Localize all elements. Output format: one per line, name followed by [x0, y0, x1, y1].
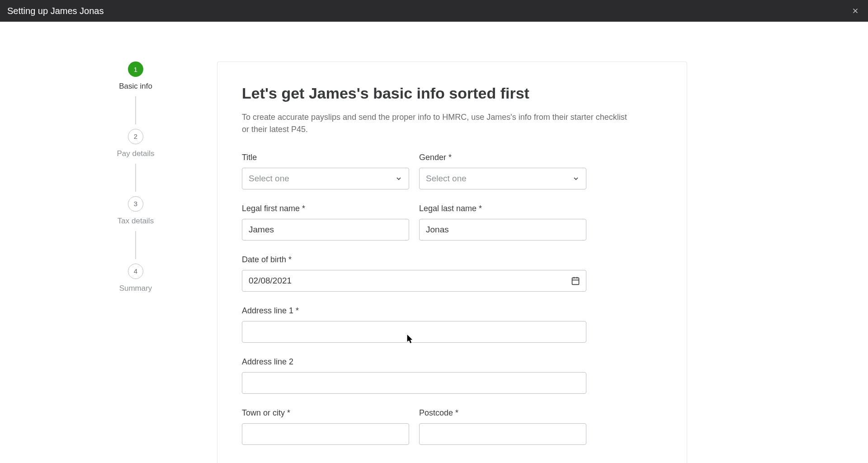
step-basic-info[interactable]: 1 Basic info: [119, 61, 152, 92]
address1-label: Address line 1 *: [242, 306, 586, 316]
title-group: Title Select one: [242, 153, 409, 189]
title-label: Title: [242, 153, 409, 162]
title-placeholder: Select one: [249, 174, 289, 184]
postcode-input[interactable]: [419, 423, 586, 445]
step-circle-1: 1: [128, 61, 143, 77]
last-name-input[interactable]: [419, 219, 586, 241]
step-circle-4: 4: [128, 264, 143, 279]
step-number: 4: [134, 267, 137, 275]
form-subheading: To create accurate payslips and send the…: [242, 111, 635, 136]
step-number: 1: [134, 66, 137, 73]
step-connector: [135, 164, 136, 192]
close-button[interactable]: [850, 5, 861, 16]
title-select[interactable]: Select one: [242, 168, 409, 189]
close-icon: [851, 7, 859, 15]
chevron-down-icon: [395, 175, 402, 182]
address1-group: Address line 1 *: [242, 306, 586, 343]
step-summary[interactable]: 4 Summary: [119, 264, 152, 294]
basic-info-form: Let's get James's basic info sorted firs…: [217, 61, 687, 463]
town-input[interactable]: [242, 423, 409, 445]
step-tax-details[interactable]: 3 Tax details: [118, 196, 154, 227]
step-connector: [135, 231, 136, 259]
postcode-group: Postcode *: [419, 408, 586, 445]
step-pay-details[interactable]: 2 Pay details: [117, 129, 154, 159]
form-row: Address line 1 *: [242, 306, 662, 343]
gender-placeholder: Select one: [426, 174, 467, 184]
last-name-label: Legal last name *: [419, 204, 586, 213]
gender-label: Gender *: [419, 153, 586, 162]
gender-group: Gender * Select one: [419, 153, 586, 189]
step-number: 2: [134, 132, 137, 140]
dob-input[interactable]: [242, 270, 586, 292]
dob-label: Date of birth *: [242, 255, 586, 265]
first-name-label: Legal first name *: [242, 204, 409, 213]
chevron-down-icon: [572, 175, 580, 182]
setup-stepper: 1 Basic info 2 Pay details 3 Tax details…: [108, 61, 163, 463]
address2-group: Address line 2: [242, 357, 586, 394]
modal-title: Setting up James Jonas: [7, 6, 104, 16]
address2-label: Address line 2: [242, 357, 586, 367]
first-name-group: Legal first name *: [242, 204, 409, 241]
step-label: Pay details: [117, 149, 154, 159]
form-row: Title Select one Gender * Select one: [242, 153, 662, 189]
modal-header: Setting up James Jonas: [0, 0, 868, 22]
gender-select[interactable]: Select one: [419, 168, 586, 189]
dob-input-wrap: [242, 270, 586, 292]
form-heading: Let's get James's basic info sorted firs…: [242, 85, 662, 102]
last-name-group: Legal last name *: [419, 204, 586, 241]
form-row: Address line 2: [242, 357, 662, 394]
address1-input[interactable]: [242, 321, 586, 343]
step-connector: [135, 96, 136, 124]
step-label: Basic info: [119, 81, 152, 92]
content-area: 1 Basic info 2 Pay details 3 Tax details…: [0, 22, 868, 463]
form-row: Town or city * Postcode *: [242, 408, 662, 445]
step-circle-2: 2: [128, 129, 143, 144]
step-label: Tax details: [118, 216, 154, 227]
form-row: Legal first name * Legal last name *: [242, 204, 662, 241]
step-number: 3: [134, 200, 137, 208]
town-group: Town or city *: [242, 408, 409, 445]
first-name-input[interactable]: [242, 219, 409, 241]
address2-input[interactable]: [242, 372, 586, 394]
step-label: Summary: [119, 283, 152, 294]
town-label: Town or city *: [242, 408, 409, 418]
dob-group: Date of birth *: [242, 255, 586, 292]
step-circle-3: 3: [128, 196, 143, 212]
form-row: Date of birth *: [242, 255, 662, 292]
postcode-label: Postcode *: [419, 408, 586, 418]
